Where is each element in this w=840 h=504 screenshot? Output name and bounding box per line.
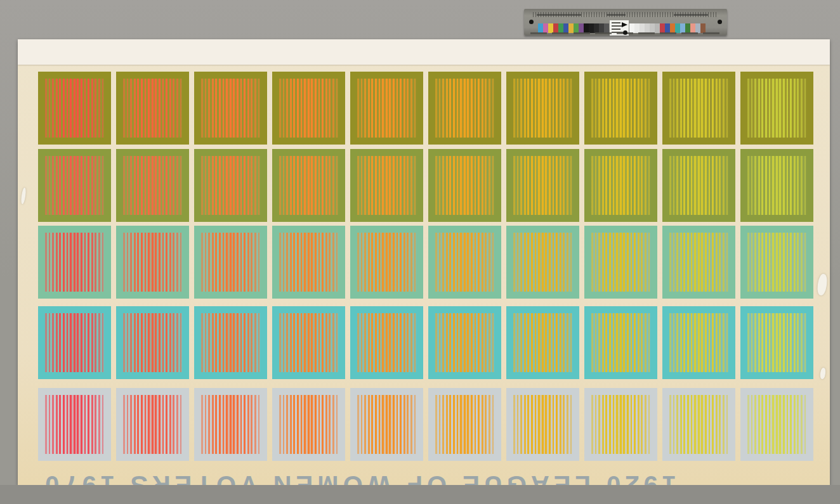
ruler-color-patch — [685, 23, 690, 33]
grid-cell — [272, 149, 345, 222]
ruler-color-patch — [665, 23, 670, 33]
cell-stripes — [45, 79, 104, 138]
ruler-hole-left — [529, 20, 534, 24]
grid-cell — [662, 149, 735, 222]
cell-stripes — [669, 233, 728, 292]
ruler-color-patch — [690, 23, 695, 33]
grid-cell — [506, 72, 579, 145]
cell-stripes — [201, 233, 260, 292]
grid-cell — [428, 72, 501, 145]
cell-stripes — [513, 156, 572, 215]
grid-row-2 — [38, 149, 813, 222]
grid-cell — [506, 226, 579, 299]
paint-loss-spot — [817, 273, 829, 296]
ruler-label-line — [612, 22, 620, 23]
grid-cell — [584, 388, 657, 461]
grid-cell — [38, 226, 111, 299]
ruler-color-patch — [675, 23, 680, 33]
cell-stripes — [747, 79, 806, 138]
grid-cell — [740, 388, 813, 461]
grid-cell — [740, 306, 813, 379]
cell-stripes — [435, 156, 494, 215]
cell-stripes — [123, 233, 182, 292]
ruler-hole-right — [718, 20, 722, 24]
cell-stripes — [747, 395, 806, 454]
cell-stripes — [201, 313, 260, 372]
cell-stripes — [279, 233, 338, 292]
grid-cell — [272, 306, 345, 379]
cell-stripes — [513, 79, 572, 138]
grid-cell — [116, 149, 189, 222]
grid-cell — [38, 388, 111, 461]
ruler-density-patch — [584, 23, 589, 33]
ruler-gray-step-patch — [629, 23, 634, 33]
cell-stripes — [513, 313, 572, 372]
ruler-gray-step-patch — [634, 23, 640, 33]
cell-stripes — [123, 395, 182, 454]
ruler-color-patch — [563, 23, 568, 33]
cell-stripes — [435, 233, 494, 292]
grid-cell — [662, 72, 735, 145]
grid-cell — [194, 72, 267, 145]
ruler-gray-step-patch — [640, 23, 645, 33]
grid-cell — [662, 388, 735, 461]
grid-cell — [662, 226, 735, 299]
ruler-color-patch — [553, 23, 558, 33]
ruler-label-line — [612, 25, 623, 27]
cell-stripes — [357, 395, 416, 454]
ruler-gray-step-patch — [655, 23, 660, 33]
ruler-label-line — [612, 29, 620, 30]
cell-stripes — [279, 79, 338, 138]
grid-cell — [584, 149, 657, 222]
cell-stripes — [747, 313, 806, 372]
cell-stripes — [201, 79, 260, 138]
grid-cell — [506, 149, 579, 222]
cell-stripes — [357, 156, 416, 215]
poster-top-edge — [18, 39, 830, 65]
grid-cell — [194, 306, 267, 379]
cell-stripes — [123, 79, 182, 138]
ruler-density-patch — [604, 23, 609, 33]
ruler-color-patch — [558, 23, 563, 33]
ruler-color-patch — [538, 23, 543, 33]
grid-cell — [350, 388, 423, 461]
cell-stripes — [45, 313, 104, 372]
ruler-microtext — [537, 14, 581, 16]
ruler-color-patch — [548, 23, 553, 33]
ruler-microtext — [674, 14, 708, 16]
cell-stripes — [591, 313, 650, 372]
grid-cell — [428, 388, 501, 461]
grid-cell — [272, 72, 345, 145]
grid-row-4 — [38, 306, 813, 379]
cell-stripes — [435, 395, 494, 454]
cell-stripes — [513, 233, 572, 292]
ruler-color-patch — [680, 23, 685, 33]
grid-cell — [116, 72, 189, 145]
cell-stripes — [669, 395, 728, 454]
grid-cell — [272, 388, 345, 461]
grid-cell — [38, 306, 111, 379]
grid-cell — [428, 306, 501, 379]
cell-stripes — [435, 313, 494, 372]
grid-cell — [116, 226, 189, 299]
grid-row-5 — [38, 388, 813, 461]
paint-loss-spot — [820, 368, 826, 380]
ruler-color-patch — [579, 23, 584, 33]
cell-stripes — [357, 79, 416, 138]
cell-stripes — [201, 156, 260, 215]
cell-stripes — [591, 79, 650, 138]
grid-cell — [662, 306, 735, 379]
ruler-color-patch — [574, 23, 579, 33]
artwork-poster: 1920 LEAGUE OF WOMEN VOTERS 1970 — [18, 39, 830, 485]
cell-stripes — [669, 79, 728, 138]
grid-cell — [506, 388, 579, 461]
ruler-color-patch — [660, 23, 665, 33]
grid-cell — [194, 388, 267, 461]
cell-stripes — [279, 156, 338, 215]
cell-stripes — [45, 156, 104, 215]
cell-stripes — [591, 156, 650, 215]
bottom-mat-strip — [0, 485, 840, 504]
grid-cell — [116, 306, 189, 379]
ruler-color-patch — [568, 23, 574, 33]
ruler-density-patch — [594, 23, 599, 33]
